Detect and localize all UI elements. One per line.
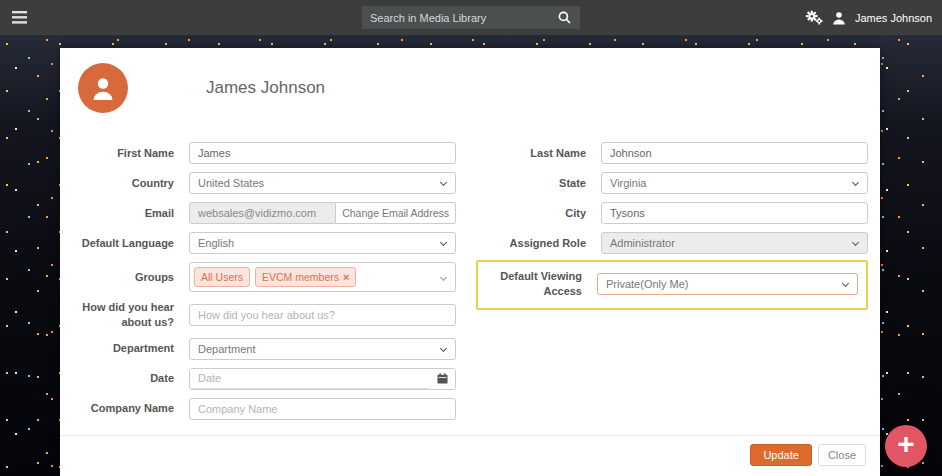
- change-email-address-button[interactable]: Change Email Address: [336, 202, 456, 224]
- calendar-icon: [437, 373, 448, 384]
- search-button[interactable]: [548, 6, 580, 29]
- default-language-label: Default Language: [70, 236, 174, 251]
- default-language-select[interactable]: English: [189, 232, 456, 254]
- group-tag: All Users: [194, 267, 250, 287]
- media-library-search: [362, 6, 580, 29]
- email-field: Email Change Email Address: [70, 202, 456, 224]
- state-field: State Virginia: [482, 172, 868, 194]
- hamburger-menu-icon[interactable]: [12, 11, 27, 24]
- first-name-field: First Name: [70, 142, 456, 164]
- close-button[interactable]: Close: [818, 444, 866, 466]
- groups-label: Groups: [70, 270, 174, 285]
- default-viewing-access-select[interactable]: Private(Only Me): [597, 273, 858, 295]
- card-footer: Update Close: [60, 435, 880, 476]
- date-label: Date: [70, 371, 174, 386]
- hear-about-label: How did you hear about us?: [70, 300, 174, 330]
- last-name-field: Last Name: [482, 142, 868, 164]
- assigned-role-label: Assigned Role: [482, 236, 586, 251]
- department-selected-value: Department: [198, 343, 255, 355]
- country-selected-value: United States: [198, 177, 264, 189]
- user-icon[interactable]: [832, 11, 846, 25]
- city-label: City: [482, 206, 586, 221]
- date-input[interactable]: [190, 369, 429, 389]
- chevron-down-icon: [440, 274, 447, 281]
- city-field: City: [482, 202, 868, 224]
- assigned-role-selected-value: Administrator: [610, 237, 675, 249]
- calendar-button[interactable]: [429, 369, 455, 389]
- date-field: Date: [70, 368, 456, 390]
- default-viewing-access-selected-value: Private(Only Me): [606, 278, 689, 290]
- department-field: Department Department: [70, 338, 456, 360]
- topbar-right-cluster: James Johnson: [805, 0, 932, 35]
- first-name-input[interactable]: [189, 142, 456, 164]
- department-select[interactable]: Department: [189, 338, 456, 360]
- default-viewing-access-highlight: Default Viewing Access Private(Only Me): [476, 260, 868, 310]
- form-right-column: Last Name State Virginia City Assigned R…: [482, 142, 868, 318]
- topbar-user-name[interactable]: James Johnson: [855, 12, 932, 24]
- chevron-down-icon: [440, 239, 447, 246]
- company-name-field: Company Name: [70, 398, 456, 420]
- state-label: State: [482, 176, 586, 191]
- state-selected-value: Virginia: [610, 177, 647, 189]
- groups-multiselect[interactable]: All Users EVCM members ×: [189, 262, 456, 292]
- state-select[interactable]: Virginia: [601, 172, 868, 194]
- remove-tag-icon[interactable]: ×: [343, 272, 349, 283]
- country-label: Country: [70, 176, 174, 191]
- chevron-down-icon: [852, 239, 859, 246]
- chevron-down-icon: [842, 280, 849, 287]
- card-header: James Johnson: [60, 48, 880, 113]
- company-name-label: Company Name: [70, 401, 174, 416]
- hear-about-input[interactable]: [189, 304, 456, 326]
- search-input[interactable]: [362, 12, 548, 24]
- first-name-label: First Name: [70, 146, 174, 161]
- default-language-field: Default Language English: [70, 232, 456, 254]
- settings-cogs-icon[interactable]: [805, 10, 823, 25]
- add-user-fab[interactable]: +: [885, 425, 927, 467]
- company-name-input[interactable]: [189, 398, 456, 420]
- chevron-down-icon: [440, 179, 447, 186]
- update-button[interactable]: Update: [750, 444, 811, 466]
- chevron-down-icon: [852, 179, 859, 186]
- country-field: Country United States: [70, 172, 456, 194]
- default-viewing-access-label: Default Viewing Access: [478, 269, 582, 299]
- assigned-role-select: Administrator: [601, 232, 868, 254]
- department-label: Department: [70, 341, 174, 356]
- avatar: [78, 63, 128, 113]
- groups-field: Groups All Users EVCM members ×: [70, 262, 456, 292]
- last-name-input[interactable]: [601, 142, 868, 164]
- email-label: Email: [70, 206, 174, 221]
- default-viewing-access-field: Default Viewing Access Private(Only Me): [478, 269, 858, 299]
- group-tag: EVCM members ×: [255, 267, 356, 287]
- hear-about-field: How did you hear about us?: [70, 300, 456, 330]
- top-navigation-bar: James Johnson: [0, 0, 942, 35]
- group-tag-text: All Users: [201, 271, 243, 283]
- default-language-selected-value: English: [198, 237, 234, 249]
- group-tag-text: EVCM members: [262, 271, 339, 283]
- page-title: James Johnson: [206, 78, 325, 98]
- plus-icon: +: [897, 429, 915, 459]
- form-left-column: First Name Country United States Email C…: [70, 142, 456, 428]
- country-select[interactable]: United States: [189, 172, 456, 194]
- email-input: [189, 202, 336, 224]
- user-profile-form: First Name Country United States Email C…: [60, 113, 880, 428]
- search-icon: [558, 11, 571, 24]
- person-icon: [89, 74, 117, 102]
- user-profile-card: James Johnson First Name Country United …: [60, 48, 880, 476]
- last-name-label: Last Name: [482, 146, 586, 161]
- city-input[interactable]: [601, 202, 868, 224]
- assigned-role-field: Assigned Role Administrator: [482, 232, 868, 254]
- chevron-down-icon: [440, 345, 447, 352]
